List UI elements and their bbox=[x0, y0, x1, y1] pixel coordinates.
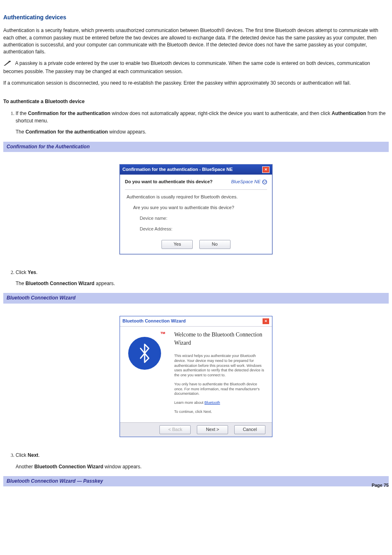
bluetooth-icon bbox=[128, 337, 161, 370]
wizard-continue-text: To continue, click Next. bbox=[174, 410, 266, 415]
dialog-title: Confirmation for the authentication - Bl… bbox=[122, 166, 233, 173]
step-text: appears. bbox=[95, 281, 115, 286]
brand-icon bbox=[262, 180, 267, 184]
step-bold: Confirmation for the authentication bbox=[28, 111, 111, 116]
bluetooth-link[interactable]: Bluetooth bbox=[205, 401, 220, 405]
svg-point-1 bbox=[263, 180, 267, 184]
step-bold: Bluetooth Connection Wizard bbox=[34, 464, 103, 470]
wizard-title: Bluetooth Connection Wizard bbox=[122, 318, 186, 325]
steps-list: Click Next. Another Bluetooth Connection… bbox=[16, 452, 389, 470]
step-2: Click Yes. The Bluetooth Connection Wiza… bbox=[16, 269, 389, 288]
step-text: Click bbox=[16, 269, 28, 275]
device-name-label: Device name: bbox=[140, 215, 265, 222]
next-button[interactable]: Next > bbox=[197, 425, 228, 434]
yes-button[interactable]: Yes bbox=[161, 240, 193, 249]
step-text: If the bbox=[16, 111, 28, 116]
step-3: Click Next. Another Bluetooth Connection… bbox=[16, 452, 389, 470]
procedure-heading: To authenticate a Bluetooth device bbox=[3, 98, 389, 105]
page-number: Page 75 bbox=[371, 482, 389, 489]
wizard-dialog: Bluetooth Connection Wizard × TM Welcome… bbox=[120, 316, 272, 437]
trademark-label: TM bbox=[160, 331, 165, 336]
dialog-line: Authentication is usually required for B… bbox=[127, 194, 265, 200]
step-text: window does not automatically appear, ri… bbox=[111, 111, 332, 116]
figure-caption-1: Confirmation for the Authentication bbox=[3, 142, 389, 152]
step-text: The bbox=[16, 281, 25, 286]
steps-list: Click Yes. The Bluetooth Connection Wiza… bbox=[16, 269, 389, 288]
step-bold: Bluetooth Connection Wizard bbox=[25, 281, 95, 286]
figure-1: Confirmation for the authentication - Bl… bbox=[3, 164, 389, 254]
cancel-button[interactable]: Cancel bbox=[234, 425, 265, 434]
back-button: < Back bbox=[159, 425, 191, 434]
step-text: The bbox=[16, 129, 25, 135]
brand-label: BlueSpace NE bbox=[231, 179, 267, 185]
step-text: window appears. bbox=[103, 464, 141, 470]
step-1: If the Confirmation for the authenticati… bbox=[16, 110, 389, 136]
figure-2: Bluetooth Connection Wizard × TM Welcome… bbox=[3, 316, 389, 437]
note-icon bbox=[3, 60, 12, 68]
wizard-learn-more: Learn more about Bluetooth bbox=[174, 401, 266, 405]
dialog-line: Are you sure you want to authenticate th… bbox=[133, 205, 265, 211]
step-bold: Yes bbox=[28, 269, 36, 275]
step-text: Another bbox=[16, 464, 34, 470]
confirmation-dialog: Confirmation for the authentication - Bl… bbox=[120, 164, 272, 254]
section-heading: Authenticating devices bbox=[3, 13, 389, 21]
wizard-text: You only have to authenticate the Blueto… bbox=[174, 382, 266, 396]
wizard-text: This wizard helps you authenticate your … bbox=[174, 354, 266, 378]
svg-rect-0 bbox=[9, 61, 11, 62]
step-text: Click bbox=[16, 452, 28, 458]
note-text: A passkey is a private code entered by t… bbox=[3, 60, 370, 74]
device-address-label: Device Address: bbox=[140, 226, 265, 233]
step-bold: Authentication bbox=[332, 111, 366, 116]
no-button[interactable]: No bbox=[199, 240, 231, 249]
intro-paragraph: Authentication is a security feature, wh… bbox=[3, 27, 389, 56]
steps-list: If the Confirmation for the authenticati… bbox=[16, 110, 389, 136]
step-bold: Next bbox=[28, 452, 38, 458]
step-text: window appears. bbox=[108, 129, 146, 135]
note-paragraph: A passkey is a private code entered by t… bbox=[3, 60, 389, 76]
figure-caption-2: Bluetooth Connection Wizard bbox=[3, 293, 389, 303]
wizard-sidebar: TM bbox=[120, 327, 169, 422]
note-paragraph-2: If a communication session is disconnect… bbox=[3, 80, 389, 87]
wizard-heading: Welcome to the Bluetooth Connection Wiza… bbox=[174, 331, 266, 348]
step-text: . bbox=[36, 269, 37, 275]
close-icon[interactable]: × bbox=[262, 166, 270, 173]
figure-caption-3: Bluetooth Connection Wizard — Passkey bbox=[3, 476, 389, 486]
close-icon[interactable]: × bbox=[262, 318, 270, 325]
step-text: . bbox=[38, 452, 39, 458]
step-bold: Confirmation for the authentication bbox=[25, 129, 108, 135]
dialog-prompt: Do you want to authenticate this device? bbox=[125, 179, 212, 185]
